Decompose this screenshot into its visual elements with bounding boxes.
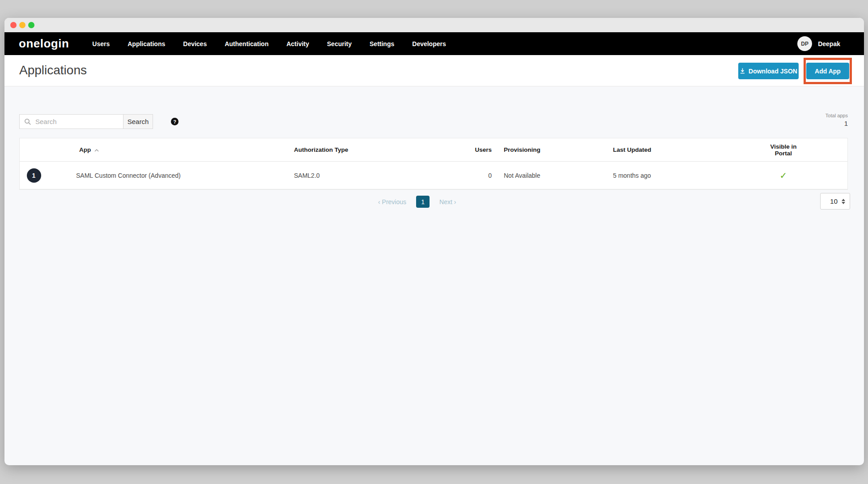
minimize-window-button[interactable] [19,22,26,28]
top-navbar: onelogin Users Applications Devices Auth… [4,32,864,55]
nav-item-authentication[interactable]: Authentication [225,40,268,47]
user-menu[interactable]: DP Deepak [797,36,840,51]
window-controls [10,22,34,28]
add-app-button[interactable]: Add App [806,63,849,79]
zoom-window-button[interactable] [28,22,34,28]
row-provisioning-status: Not Available [492,172,613,179]
column-header-provisioning[interactable]: Provisioning [492,146,613,153]
check-icon: ✓ [780,170,787,181]
column-header-app[interactable]: App [48,146,294,153]
nav-item-developers[interactable]: Developers [412,40,446,47]
add-app-highlight-box: Add App [804,58,852,84]
close-window-button[interactable] [10,22,17,28]
column-header-authorization-type[interactable]: Authorization Type [294,146,442,153]
download-icon [740,68,745,74]
chevron-right-icon: › [454,198,456,206]
row-index-badge: 1 [27,168,41,183]
help-icon[interactable]: ? [171,118,179,125]
nav-items: Users Applications Devices Authenticatio… [92,40,446,47]
app-window: onelogin Users Applications Devices Auth… [4,18,864,465]
search-group: Search [19,114,153,129]
total-apps-value: 1 [758,120,848,127]
page-title: Applications [19,63,87,77]
column-header-last-updated[interactable]: Last Updated [613,146,762,153]
spinner-arrows-icon [842,199,845,204]
row-visible-in-portal: ✓ [762,170,847,181]
search-box [19,114,123,129]
applications-table: App Authorization Type Users Provisionin… [19,138,848,190]
pagination: ‹ Previous 1 Next › [378,196,456,208]
row-app-name[interactable]: SAML Custom Connector (Advanced) [48,172,294,179]
sort-ascending-icon [94,149,99,152]
onelogin-logo[interactable]: onelogin [19,37,69,51]
row-users-count: 0 [442,172,492,179]
page-header: Applications Download JSON Add App [4,55,864,86]
row-authorization-type: SAML2.0 [294,172,442,179]
previous-page-button[interactable]: ‹ Previous [378,198,406,206]
download-json-button[interactable]: Download JSON [738,63,799,79]
search-button[interactable]: Search [123,114,153,129]
column-header-users[interactable]: Users [442,146,492,153]
search-icon [24,118,31,125]
next-page-button[interactable]: Next › [439,198,456,206]
nav-item-devices[interactable]: Devices [183,40,207,47]
nav-item-users[interactable]: Users [92,40,110,47]
avatar[interactable]: DP [797,36,812,51]
table-row[interactable]: 1 SAML Custom Connector (Advanced) SAML2… [20,162,847,189]
chevron-left-icon: ‹ [378,198,380,206]
nav-item-security[interactable]: Security [327,40,352,47]
row-index-badge-cell: 1 [20,168,48,183]
page-size-value: 10 [830,197,838,205]
row-last-updated: 5 months ago [613,172,762,179]
window-titlebar [4,18,864,32]
column-header-visible-in-portal[interactable]: Visible in Portal [762,143,847,157]
table-header-row: App Authorization Type Users Provisionin… [20,138,847,162]
current-page-button[interactable]: 1 [416,196,430,208]
download-json-label: Download JSON [749,68,797,75]
nav-item-activity[interactable]: Activity [286,40,309,47]
nav-item-settings[interactable]: Settings [370,40,394,47]
total-apps: Total apps 1 [758,113,848,127]
search-input[interactable] [35,118,116,125]
user-name: Deepak [818,40,840,47]
page-size-select[interactable]: 10 [820,193,850,210]
total-apps-label: Total apps [758,113,848,118]
nav-item-applications[interactable]: Applications [128,40,165,47]
